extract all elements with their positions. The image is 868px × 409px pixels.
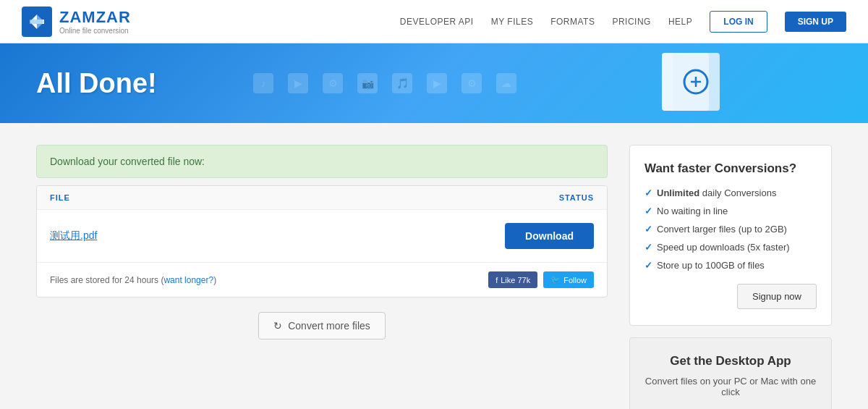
nav-formats[interactable]: FORMATS [550, 17, 595, 27]
deco-icon-3: ⚙ [323, 73, 343, 93]
promo-text-1: daily Conversions [699, 187, 776, 198]
check-icon-3: ✓ [644, 224, 652, 235]
promo-signup-button[interactable]: Signup now [737, 284, 817, 309]
main-nav: DEVELOPER API MY FILES FORMATS PRICING H… [400, 11, 846, 33]
desktop-app-box: Get the Desktop App Convert files on you… [629, 337, 832, 409]
hero-banner: ♪ ▶ ⚙ 📷 🎵 ▶ ⚙ ☁ All Done! [0, 43, 868, 123]
hero-file-graphic [658, 49, 723, 121]
main-content: Download your converted file now: FILE S… [0, 123, 868, 409]
deco-icon-2: ▶ [288, 73, 308, 93]
logo-subtitle: Online file conversion [59, 27, 131, 35]
check-icon-4: ✓ [644, 242, 652, 253]
file-name[interactable]: 测试用.pdf [50, 229, 97, 243]
status-col-header: STATUS [559, 193, 594, 202]
desktop-app-title: Get the Desktop App [644, 354, 817, 368]
check-icon-2: ✓ [644, 206, 652, 216]
promo-box: Want faster Conversions? ✓ Unlimited dai… [629, 145, 832, 326]
twitter-follow-button[interactable]: 🐦 Follow [543, 271, 594, 288]
promo-text-5: Store up to 100GB of files [657, 260, 765, 271]
check-icon-1: ✓ [644, 187, 652, 198]
deco-icon-6: ▶ [427, 73, 447, 93]
logo: ZAMZAR Online file conversion [22, 7, 131, 37]
deco-icon-5: 🎵 [392, 73, 412, 93]
promo-item-3: ✓ Convert larger files (up to 2GB) [644, 224, 817, 235]
promo-text-3: Convert larger files (up to 2GB) [657, 224, 787, 235]
social-buttons: f Like 77k 🐦 Follow [488, 271, 594, 288]
download-banner: Download your converted file now: [36, 145, 608, 178]
check-icon-5: ✓ [644, 260, 652, 271]
promo-bold-1: Unlimited [657, 187, 699, 198]
promo-item-1: ✓ Unlimited daily Conversions [644, 187, 817, 198]
nav-pricing[interactable]: PRICING [612, 17, 651, 27]
promo-text-4: Speed up downloads (5x faster) [657, 242, 790, 253]
fb-icon: f [495, 276, 498, 284]
deco-icon-4: 📷 [357, 73, 378, 93]
file-table: FILE STATUS 测试用.pdf Download Files are s… [36, 185, 608, 298]
file-footer: Files are stored for 24 hours (want long… [37, 263, 607, 297]
deco-icon-1: ♪ [253, 73, 273, 93]
promo-item-2: ✓ No waiting in line [644, 206, 817, 216]
desktop-app-desc: Convert files on your PC or Mac with one… [644, 376, 817, 397]
logo-icon [22, 7, 52, 37]
right-panel: Want faster Conversions? ✓ Unlimited dai… [629, 145, 832, 409]
logo-title: ZAMZAR [59, 8, 131, 27]
convert-more-button[interactable]: ↻ Convert more files [258, 312, 386, 340]
promo-item-4: ✓ Speed up downloads (5x faster) [644, 242, 817, 253]
refresh-icon: ↻ [273, 320, 282, 332]
left-panel: Download your converted file now: FILE S… [36, 145, 608, 409]
twitter-icon: 🐦 [550, 275, 561, 284]
want-longer-link[interactable]: want longer? [163, 275, 213, 285]
deco-icon-8: ☁ [496, 73, 516, 93]
signup-button[interactable]: SIGN UP [785, 12, 846, 32]
login-button[interactable]: LOG IN [710, 11, 767, 33]
header: ZAMZAR Online file conversion DEVELOPER … [0, 0, 868, 43]
logo-text: ZAMZAR Online file conversion [59, 8, 131, 35]
file-storage-info: Files are stored for 24 hours (want long… [50, 275, 216, 285]
facebook-like-button[interactable]: f Like 77k [488, 271, 537, 288]
deco-icon-7: ⚙ [461, 73, 482, 93]
promo-title: Want faster Conversions? [644, 161, 817, 176]
nav-developer-api[interactable]: DEVELOPER API [400, 17, 474, 27]
file-col-header: FILE [50, 193, 70, 202]
file-table-header: FILE STATUS [37, 186, 607, 210]
promo-item-5: ✓ Store up to 100GB of files [644, 260, 817, 271]
svg-marker-1 [30, 14, 44, 29]
promo-text-2: No waiting in line [657, 206, 728, 216]
nav-my-files[interactable]: MY FILES [491, 17, 533, 27]
download-button[interactable]: Download [505, 223, 594, 249]
hero-title: All Done! [36, 68, 157, 99]
nav-help[interactable]: HELP [668, 17, 692, 27]
file-row: 测试用.pdf Download [37, 210, 607, 263]
